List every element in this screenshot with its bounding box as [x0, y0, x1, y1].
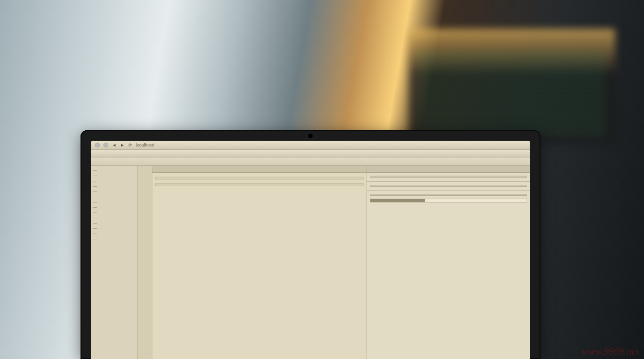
traffic-light-icon: [95, 143, 100, 147]
sidebar-item[interactable]: —: [93, 220, 135, 225]
sidebar-item[interactable]: —: [93, 215, 135, 220]
sidebar-tree[interactable]: ——————————————: [91, 166, 138, 359]
editor-code-block: [155, 183, 364, 186]
window-titlebar: ◄ ► ⟳ localhost/: [91, 141, 530, 150]
panel-section-header[interactable]: [370, 194, 527, 196]
traffic-light-icon: [104, 143, 108, 147]
scene-background: ◄ ► ⟳ localhost/ ——————————————: [0, 0, 644, 359]
sidebar-item[interactable]: —: [93, 194, 135, 199]
divider: [367, 181, 530, 182]
sidebar-item[interactable]: —: [93, 168, 135, 173]
code-editor[interactable]: [152, 166, 367, 359]
sidebar-item[interactable]: —: [93, 199, 135, 204]
nav-fwd-icon[interactable]: ►: [120, 143, 125, 147]
sidebar-item[interactable]: —: [93, 183, 135, 189]
sidebar-item[interactable]: —: [93, 189, 135, 194]
sidebar-item[interactable]: —: [93, 231, 135, 236]
menubar: [91, 150, 530, 157]
sidebar-item[interactable]: —: [93, 204, 135, 210]
address-hint[interactable]: localhost/: [136, 143, 154, 147]
watermark-text: www.9969.net: [582, 347, 639, 356]
toolbar-strip: [91, 157, 530, 166]
nav-back-icon[interactable]: ◄: [112, 143, 116, 147]
sidebar-item[interactable]: —: [93, 173, 135, 178]
sidebar-item[interactable]: —: [93, 236, 135, 241]
side-panel: [367, 166, 530, 359]
progress-fill: [370, 199, 425, 202]
editor-highlight-block: [155, 177, 364, 180]
sidebar-item[interactable]: —: [93, 225, 135, 231]
laptop-monitor: ◄ ► ⟳ localhost/ ——————————————: [80, 130, 540, 359]
workspace: ——————————————: [91, 166, 530, 359]
side-panel-tabs[interactable]: [367, 166, 530, 173]
panel-section-header[interactable]: [370, 185, 527, 187]
progress-bar: [370, 199, 527, 202]
panel-section-header[interactable]: [370, 176, 527, 178]
editor-tabs[interactable]: [152, 166, 367, 173]
sidebar-item[interactable]: —: [93, 210, 135, 215]
sidebar-item[interactable]: —: [93, 178, 135, 183]
app-window: ◄ ► ⟳ localhost/ ——————————————: [91, 141, 530, 359]
divider: [367, 191, 530, 191]
editor-gutter: [138, 166, 152, 359]
background-code-board: [409, 29, 615, 144]
webcam-dot: [308, 134, 313, 138]
refresh-icon[interactable]: ⟳: [128, 143, 132, 147]
